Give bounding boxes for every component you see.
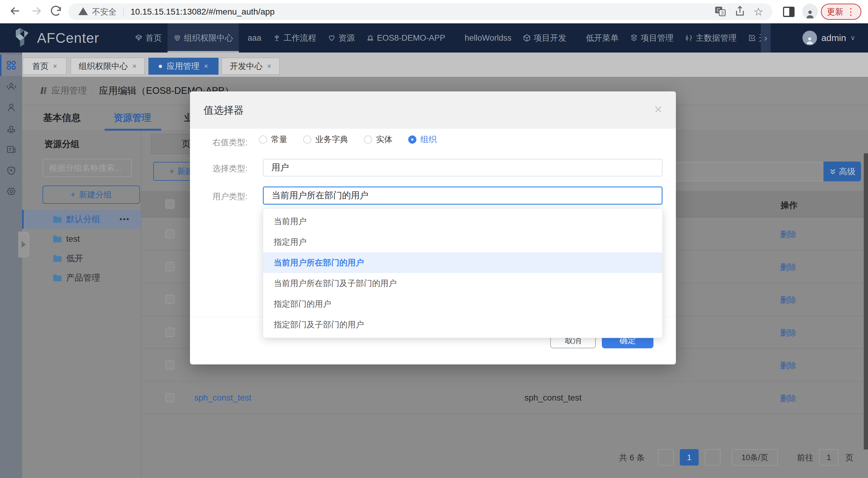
tab-resource-mgmt[interactable]: 资源管理 <box>114 105 151 130</box>
dropdown-option[interactable]: 指定用户 <box>263 232 662 252</box>
dropdown-option[interactable]: 指定部门及子部门的用户 <box>263 314 662 335</box>
nav-item-org-auth-center[interactable]: 组织权限中心 <box>167 23 239 53</box>
delete-link[interactable]: 删除 <box>780 262 796 273</box>
row-checkbox[interactable] <box>165 393 175 402</box>
group-item-product-mgmt[interactable]: 产品管理 <box>22 268 141 287</box>
rail-item-apps[interactable] <box>0 55 22 76</box>
nav-item-master-data[interactable]: 主数据管理 <box>679 23 742 53</box>
row-checkbox[interactable] <box>165 295 175 304</box>
window-tab-app-mgmt[interactable]: 应用管理× <box>148 58 219 75</box>
address-bar[interactable]: 不安全 10.15.15.151:13082/#/menu_auth/app G… <box>68 3 772 20</box>
rail-item-shield-add[interactable] <box>0 160 22 181</box>
delete-link[interactable]: 删除 <box>780 327 796 338</box>
plus-icon: + <box>169 167 174 176</box>
rail-item-settings[interactable] <box>0 181 22 202</box>
side-panel-icon[interactable] <box>783 7 795 18</box>
shield-plus-icon <box>6 166 17 176</box>
close-icon[interactable]: × <box>204 62 208 70</box>
select-type-input[interactable] <box>263 159 662 176</box>
user-type-label: 用户类型: <box>212 191 248 202</box>
window-tab-dev-center[interactable]: 开发中心× <box>222 58 280 75</box>
radio-constant[interactable]: 常量 <box>259 134 287 145</box>
url-text[interactable]: 10.15.15.151:13082/#/menu_auth/app <box>130 7 275 17</box>
user-type-input[interactable] <box>263 186 662 205</box>
reload-icon[interactable] <box>49 4 63 19</box>
rail-item-news[interactable] <box>0 139 22 160</box>
window-tab-org-auth[interactable]: 组织权限中心× <box>71 58 145 75</box>
close-icon[interactable]: × <box>654 102 662 117</box>
window-tab-home[interactable]: 首页× <box>23 58 66 75</box>
select-all-checkbox[interactable] <box>165 200 175 209</box>
nav-overflow-chevron[interactable]: › <box>761 23 771 53</box>
nav-item-eos8-demo-app[interactable]: EOS8-DEMO-APP <box>361 23 451 53</box>
radio-organization[interactable]: 组织 <box>408 134 437 145</box>
pagination-page-1[interactable]: 1 <box>680 449 699 466</box>
translate-icon[interactable]: G文 <box>714 5 726 19</box>
group-item-default[interactable]: 默认分组 ••• <box>22 210 141 229</box>
nav-item-home[interactable]: 首页 <box>129 23 167 53</box>
user-menu[interactable]: admin ∨ <box>802 23 855 53</box>
scrollbar[interactable] <box>864 153 868 449</box>
rail-item-user[interactable] <box>0 97 22 118</box>
table-row-sph-const-test: sph_const_test sph_const_test 删除 <box>141 382 868 414</box>
right-type-label: 右值类型: <box>212 137 248 148</box>
goto-page-input[interactable]: 1 <box>819 449 839 466</box>
security-warning-label[interactable]: 不安全 <box>92 6 117 17</box>
edit-icon <box>748 34 756 42</box>
radio-entity[interactable]: 实体 <box>364 134 393 145</box>
radio-icon <box>364 136 372 144</box>
dropdown-option[interactable]: 指定部门的用户 <box>263 294 662 314</box>
browser-update-button[interactable]: 更新 ⋮ <box>821 4 861 20</box>
share-icon[interactable] <box>734 5 746 18</box>
rail-item-user-groups[interactable] <box>0 76 22 97</box>
row-checkbox[interactable] <box>165 328 175 337</box>
delete-link[interactable]: 删除 <box>780 229 796 240</box>
column-header-action: 操作 <box>781 200 798 211</box>
more-icon[interactable]: ••• <box>120 215 130 223</box>
afcenter-logo-icon <box>14 28 32 48</box>
resource-name-link[interactable]: sph_const_test <box>194 393 251 403</box>
dropdown-option-selected[interactable]: 当前用户所在部门的用户 <box>263 252 662 273</box>
nav-item-aaa[interactable]: aaa <box>242 23 267 53</box>
sidebar-collapse-handle[interactable] <box>18 232 29 257</box>
back-icon[interactable] <box>8 4 22 19</box>
dropdown-option[interactable]: 当前用户 <box>263 211 662 232</box>
rail-item-stamp[interactable] <box>0 118 22 140</box>
close-icon[interactable]: × <box>132 62 136 70</box>
close-icon[interactable]: × <box>267 62 271 70</box>
group-search-input[interactable] <box>42 159 132 177</box>
advanced-button[interactable]: 高级 <box>824 161 861 181</box>
close-icon[interactable]: × <box>53 62 57 70</box>
tab-basic-info[interactable]: 基本信息 <box>43 105 81 130</box>
nav-item-helloworldss[interactable]: helloWorldss <box>459 23 517 53</box>
nav-item-lowcode-menu[interactable]: 低开菜单 <box>580 23 624 53</box>
nav-item-resource[interactable]: 资源 <box>322 23 361 53</box>
delete-link[interactable]: 删除 <box>780 360 796 371</box>
delete-link[interactable]: 删除 <box>780 295 796 305</box>
grid-icon <box>6 60 17 70</box>
nav-item-project-mgmt[interactable]: 项目管理 <box>624 23 679 53</box>
dropdown-option[interactable]: 当前用户所在部门及子部门的用户 <box>263 273 662 294</box>
breadcrumb-section[interactable]: 应用管理 <box>52 85 87 97</box>
delete-link[interactable]: 删除 <box>780 393 796 404</box>
page-size-select[interactable]: 10条/页 <box>732 449 778 466</box>
radio-business-dict[interactable]: 业务字典 <box>303 134 348 145</box>
document-icon <box>6 144 17 155</box>
nav-item-workflow[interactable]: 工作流程 <box>267 23 322 53</box>
new-group-button[interactable]: + 新建分组 <box>42 185 140 204</box>
group-item-lowcode[interactable]: 低开 <box>22 249 141 268</box>
pagination-next-button[interactable]: › <box>705 449 720 466</box>
browser-profile-avatar[interactable] <box>802 4 818 20</box>
pagination-prev-button[interactable]: ‹ <box>658 449 674 466</box>
row-checkbox[interactable] <box>165 229 175 238</box>
group-item-test[interactable]: test <box>22 230 141 248</box>
nav-item-dev-center[interactable]: 开发中 <box>742 23 761 53</box>
forward-icon[interactable] <box>30 4 43 19</box>
folder-icon <box>53 215 62 223</box>
nav-item-project-dev[interactable]: 项目开发 <box>517 23 572 53</box>
brand[interactable]: AFCenter <box>14 23 99 53</box>
user-type-dropdown: 当前用户 指定用户 当前用户所在部门的用户 当前用户所在部门及子部门的用户 指定… <box>263 208 662 338</box>
row-checkbox[interactable] <box>165 360 175 369</box>
row-checkbox[interactable] <box>165 262 175 271</box>
bookmark-star-icon[interactable]: ☆ <box>753 5 763 18</box>
